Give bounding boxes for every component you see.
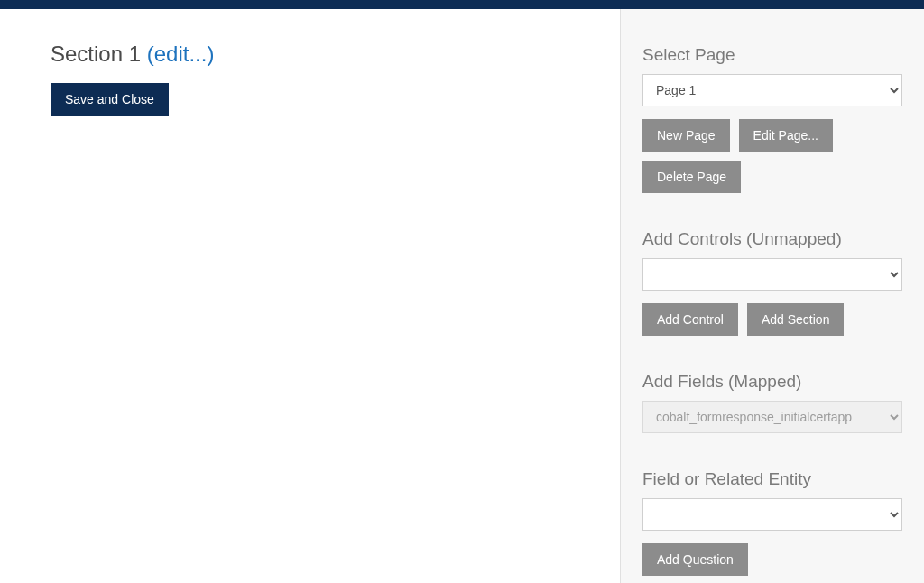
add-fields-label: Add Fields (Mapped) [642,372,902,392]
select-page-label: Select Page [642,45,902,65]
edit-page-button[interactable]: Edit Page... [739,119,833,152]
edit-section-link[interactable]: (edit...) [147,42,215,66]
delete-page-button[interactable]: Delete Page [642,161,741,193]
related-entity-block: Field or Related Entity Add Question [642,469,902,576]
add-controls-block: Add Controls (Unmapped) Add Control Add … [642,229,902,336]
new-page-button[interactable]: New Page [642,119,730,152]
side-panel: Select Page Page 1 New Page Edit Page...… [621,9,924,583]
add-controls-dropdown[interactable] [642,258,902,291]
controls-button-row: Add Control Add Section [642,303,902,336]
select-page-block: Select Page Page 1 New Page Edit Page...… [642,45,902,193]
select-page-dropdown[interactable]: Page 1 [642,74,902,106]
add-fields-block: Add Fields (Mapped) cobalt_formresponse_… [642,372,902,433]
add-controls-label: Add Controls (Unmapped) [642,229,902,249]
section-title-text: Section 1 [51,42,141,66]
save-and-close-button[interactable]: Save and Close [51,83,169,116]
main-panel: Section 1 (edit...) Save and Close [0,9,621,583]
add-control-button[interactable]: Add Control [642,303,738,336]
related-entity-label: Field or Related Entity [642,469,902,489]
add-fields-dropdown[interactable]: cobalt_formresponse_initialcertapp [642,401,902,433]
page-layout: Section 1 (edit...) Save and Close Selec… [0,9,924,583]
section-heading: Section 1 (edit...) [51,42,569,67]
top-accent-bar [0,0,924,9]
page-button-row: New Page Edit Page... Delete Page [642,119,902,193]
related-entity-dropdown[interactable] [642,498,902,531]
add-section-button[interactable]: Add Section [747,303,845,336]
add-question-button[interactable]: Add Question [642,543,748,576]
question-button-row: Add Question [642,543,902,576]
